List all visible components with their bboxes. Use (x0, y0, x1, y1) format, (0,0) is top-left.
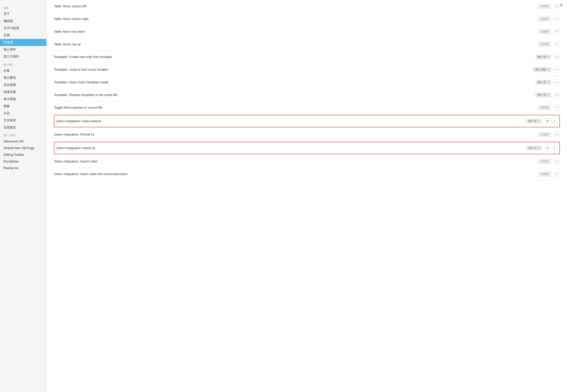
add-shortcut-button[interactable]: + (552, 145, 558, 151)
shortcut-name: Zotero Integration: Import #1 (56, 146, 526, 150)
add-shortcut-button[interactable]: + (554, 16, 560, 22)
remove-key-icon[interactable]: ✕ (547, 81, 549, 84)
sidebar-third-item-4[interactable]: floating toc (0, 165, 46, 171)
sidebar-item-3[interactable]: 外观 (0, 32, 46, 39)
shortcut-name: Templater: Jump to next cursor location (54, 68, 533, 71)
shortcut-row: Toggle fold properties in current file未设… (54, 101, 560, 114)
section-label-third: 第三方插件 (0, 131, 46, 138)
sidebar-core-item-7[interactable]: 文件恢复 (0, 117, 46, 124)
shortcut-row: Zotero Integration: Data explorerAlt + D… (54, 115, 560, 127)
unset-badge: 未设置 (538, 132, 551, 137)
sidebar-third-item-0[interactable]: Advanced URI (0, 138, 46, 145)
shortcut-name: Toggle fold properties in current file (54, 106, 538, 109)
key-badge: Alt + E ✕ (536, 80, 551, 84)
shortcut-keys: Alt + E ✕ (536, 80, 551, 84)
key-badge: Alt + R ✕ (536, 93, 551, 97)
section-label-core: 核心插件 (0, 60, 46, 67)
sidebar-third-item-1[interactable]: Default New Tab Page (0, 145, 46, 151)
unset-badge: 未设置 (538, 42, 551, 47)
sidebar-core-item-4[interactable]: 命令面板 (0, 96, 46, 103)
shortcut-row: Table: Move column left未设置+ (54, 0, 560, 13)
shortcut-name: Table: Move column right (54, 17, 538, 21)
add-shortcut-button[interactable]: + (554, 41, 560, 47)
add-shortcut-button[interactable]: + (554, 67, 560, 73)
shortcut-row: Zotero Integration: Import notes未设置+ (54, 155, 560, 168)
add-shortcut-button[interactable]: + (554, 92, 560, 98)
unset-badge: 未设置 (538, 4, 551, 9)
remove-key-icon[interactable]: ✕ (538, 147, 540, 150)
remove-key-icon[interactable]: ✕ (547, 94, 549, 97)
key-badge: Alt + N ✕ (536, 55, 551, 59)
unset-badge: 未设置 (538, 16, 551, 22)
sidebar-third-item-3[interactable]: Excalidraw (0, 158, 46, 165)
shortcut-row: Templater: Replace templates in the acti… (54, 89, 560, 101)
sidebar-core-item-0[interactable]: 白板 (0, 67, 46, 74)
shortcut-name: Zotero Integration: Data explorer (56, 119, 526, 123)
shortcut-row: Table: Move row up未设置+ (54, 38, 560, 51)
shortcut-name: Table: Move row down (54, 30, 538, 33)
shortcut-row: Templater: Jump to next cursor locationA… (54, 63, 560, 76)
reset-button[interactable]: ↺ (544, 145, 551, 151)
shortcut-name: Zotero Integration: Import notes (54, 160, 538, 163)
shortcut-row: Templater: Create new note from template… (54, 51, 560, 63)
add-shortcut-button[interactable]: + (554, 54, 560, 60)
unset-badge: 未设置 (538, 29, 551, 34)
shortcut-keys: Alt + R ✕ (536, 93, 551, 97)
sidebar-core-item-3[interactable]: 快速切换 (0, 88, 46, 96)
shortcut-row: Zotero Integration: Import #1Alt + Z ✕↺+ (54, 142, 560, 154)
shortcut-name: Templater: Open Insert Template modal (54, 81, 536, 84)
shortcut-name: Table: Move row up (54, 42, 538, 46)
add-shortcut-button[interactable]: + (554, 28, 560, 35)
key-badge: Alt + D ✕ (526, 119, 542, 123)
shortcut-row: Table: Move column right未设置+ (54, 13, 560, 25)
sidebar-item-4[interactable]: 快捷键 (0, 39, 46, 46)
shortcut-name: Table: Move column left (54, 4, 538, 8)
add-shortcut-button[interactable]: + (554, 104, 560, 111)
key-badge: Alt + Tab ✕ (533, 67, 551, 72)
sidebar-item-0[interactable]: 关于 (0, 11, 46, 17)
unset-badge: 未设置 (538, 159, 551, 164)
shortcut-row: Table: Move row down未设置+ (54, 25, 560, 38)
add-shortcut-button[interactable]: + (554, 171, 560, 177)
shortcut-keys: Alt + N ✕ (536, 55, 551, 59)
add-shortcut-button[interactable]: + (554, 131, 560, 138)
shortcut-row: Zotero Integration: Format #1未设置+ (54, 128, 560, 141)
shortcut-list: Table: Move column left未设置+Table: Move c… (47, 0, 567, 181)
sidebar-item-6[interactable]: 第三方插件 (0, 53, 46, 60)
close-button[interactable]: ✕ (560, 3, 564, 8)
shortcut-keys: Alt + Tab ✕ (533, 67, 551, 72)
shortcut-row: Zotero Integration: Insert notes into cu… (54, 168, 560, 181)
add-shortcut-button[interactable]: + (554, 158, 560, 165)
sidebar-item-2[interactable]: 文件与链接 (0, 25, 46, 32)
section-label-options: 选项 (0, 3, 46, 11)
shortcut-keys: Alt + D ✕ (526, 119, 542, 123)
unset-badge: 未设置 (538, 105, 551, 110)
shortcut-name: Zotero Integration: Format #1 (54, 133, 538, 136)
remove-key-icon[interactable]: ✕ (547, 68, 549, 71)
sidebar-third-item-2[interactable]: Editing Toolbar (0, 151, 46, 158)
sidebar-core-item-2[interactable]: 反向链接 (0, 81, 46, 88)
add-shortcut-button[interactable]: + (554, 3, 560, 9)
shortcut-name: Templater: Replace templates in the acti… (54, 93, 536, 97)
add-shortcut-button[interactable]: + (552, 118, 558, 124)
shortcut-keys: Alt + Z ✕ (526, 146, 542, 150)
remove-key-icon[interactable]: ✕ (547, 56, 549, 58)
key-badge: Alt + Z ✕ (526, 146, 542, 150)
sidebar-item-1[interactable]: 编辑器 (0, 17, 46, 25)
remove-key-icon[interactable]: ✕ (538, 120, 540, 123)
shortcut-name: Zotero Integration: Insert notes into cu… (54, 172, 538, 176)
reset-button[interactable]: ↺ (544, 118, 551, 124)
sidebar-core-item-6[interactable]: 日记 (0, 110, 46, 117)
sidebar-item-5[interactable]: 核心插件 (0, 46, 46, 53)
shortcut-row: Templater: Open Insert Template modalAlt… (54, 76, 560, 89)
sidebar: 选项 关于编辑器文件与链接外观快捷键核心插件第三方插件 核心插件 白板笔记重组反… (0, 0, 47, 392)
sidebar-core-item-1[interactable]: 笔记重组 (0, 74, 46, 81)
unset-badge: 未设置 (538, 171, 551, 177)
sidebar-core-item-5[interactable]: 模板 (0, 103, 46, 110)
sidebar-core-item-8[interactable]: 页面预览 (0, 124, 46, 131)
main-content: ✕ Table: Move column left未设置+Table: Move… (47, 0, 567, 392)
add-shortcut-button[interactable]: + (554, 79, 560, 85)
shortcut-name: Templater: Create new note from template (54, 55, 536, 59)
